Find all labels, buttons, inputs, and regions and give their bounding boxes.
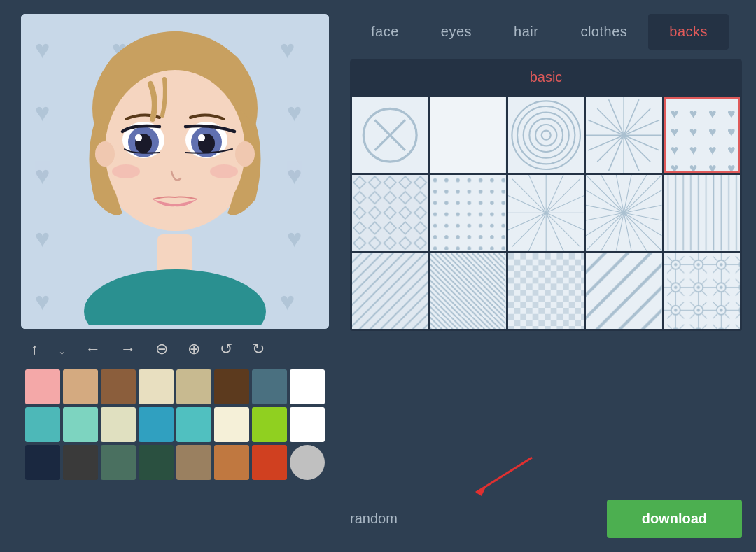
svg-text:♥: ♥ (670, 160, 678, 173)
pattern-hearts[interactable]: ♥ ♥ ♥ ♥ ♥ ♥ ♥ ♥ ♥ ♥ ♥ ♥ ♥ ♥ ♥ ♥ (664, 97, 740, 173)
svg-text:♥: ♥ (689, 106, 697, 121)
pattern-diag-right[interactable] (430, 253, 505, 329)
svg-rect-22 (508, 97, 584, 173)
color-swatch-15[interactable] (290, 407, 325, 442)
svg-text:♥: ♥ (670, 142, 678, 157)
svg-point-5 (95, 141, 115, 167)
color-swatch-7[interactable] (290, 369, 325, 404)
tab-face[interactable]: face (350, 14, 420, 50)
svg-text:♥: ♥ (708, 160, 716, 173)
tab-eyes[interactable]: eyes (420, 14, 493, 50)
svg-text:♥: ♥ (727, 142, 736, 157)
color-swatch-5[interactable] (214, 369, 249, 404)
heart-decoration: ♥ (35, 224, 50, 253)
move-up-button[interactable]: ↑ (28, 339, 41, 360)
color-swatch-3[interactable] (139, 369, 174, 404)
svg-text:♥: ♥ (727, 160, 736, 173)
color-swatch-14[interactable] (252, 407, 287, 442)
move-down-button[interactable]: ↓ (55, 339, 69, 360)
zoom-in-button[interactable]: ⊕ (185, 339, 203, 360)
heart-decoration: ♥ (35, 287, 50, 316)
redo-button[interactable]: ↻ (249, 339, 267, 360)
color-swatch-12[interactable] (176, 407, 211, 442)
color-swatch-17[interactable] (63, 445, 98, 480)
svg-point-16 (210, 164, 238, 178)
svg-point-6 (235, 141, 255, 167)
pattern-diamonds[interactable] (352, 175, 428, 250)
pattern-sunburst[interactable] (586, 97, 662, 173)
svg-text:♥: ♥ (689, 160, 697, 173)
color-swatch-16[interactable] (25, 445, 60, 480)
zoom-out-button[interactable]: ⊖ (153, 339, 171, 360)
svg-rect-65 (352, 175, 428, 250)
svg-rect-68 (430, 175, 505, 250)
color-swatch-20[interactable] (176, 445, 211, 480)
color-swatch-2[interactable] (101, 369, 136, 404)
svg-point-1 (84, 269, 266, 325)
color-swatch-8[interactable] (25, 407, 60, 442)
color-swatch-1[interactable] (63, 369, 98, 404)
pattern-dots[interactable] (430, 175, 505, 250)
tab-hair[interactable]: hair (493, 14, 559, 50)
heart-decoration: ♥ (35, 98, 50, 127)
left-panel: ♥ ♥ ♥ ♥ ♥ ♥ ♥ ♥ ♥ ♥ ♥ ♥ ♥ ♥ (21, 14, 336, 480)
color-swatch-9[interactable] (63, 407, 98, 442)
bottom-bar: random download (350, 500, 742, 538)
svg-text:♥: ♥ (708, 106, 716, 121)
heart-decoration: ♥ (35, 35, 50, 64)
pattern-blank[interactable] (430, 97, 505, 173)
svg-rect-138 (664, 253, 740, 329)
section-title: basic (530, 69, 563, 85)
color-swatch-11[interactable] (139, 407, 174, 442)
random-button[interactable]: random (350, 511, 398, 527)
pattern-none[interactable] (352, 97, 428, 173)
color-swatch-6[interactable] (252, 369, 287, 404)
svg-rect-126 (586, 253, 662, 329)
pattern-pixel[interactable] (508, 253, 584, 329)
svg-text:♥: ♥ (727, 106, 736, 121)
svg-rect-109 (664, 175, 740, 250)
pattern-circles[interactable] (508, 97, 584, 173)
svg-rect-122 (508, 253, 584, 329)
avatar-figure (56, 17, 294, 325)
svg-text:♥: ♥ (727, 124, 736, 139)
color-swatch-10[interactable] (101, 407, 136, 442)
move-right-button[interactable]: → (118, 339, 139, 360)
color-swatch-0[interactable] (25, 369, 60, 404)
svg-text:♥: ♥ (708, 142, 716, 157)
controls-row: ↑ ↓ ← → ⊖ ⊕ ↺ ↻ (21, 339, 336, 360)
color-swatch-23[interactable] (290, 445, 325, 480)
color-swatch-21[interactable] (214, 445, 249, 480)
heart-decoration: ♥ (35, 161, 50, 190)
pattern-wide-diag[interactable] (586, 253, 662, 329)
color-swatch-18[interactable] (101, 445, 136, 480)
section-header: basic (350, 59, 742, 95)
pattern-diag-left[interactable] (352, 253, 428, 329)
svg-text:♥: ♥ (708, 124, 716, 139)
color-swatch-4[interactable] (176, 369, 211, 404)
patterns-grid: ♥ ♥ ♥ ♥ ♥ ♥ ♥ ♥ ♥ ♥ ♥ ♥ ♥ ♥ ♥ ♥ (350, 95, 742, 331)
tab-navigation: faceeyeshairclothesbacks (350, 14, 742, 50)
color-swatch-19[interactable] (139, 445, 174, 480)
pattern-vlines[interactable] (664, 175, 740, 250)
tab-backs[interactable]: backs (648, 14, 729, 50)
color-swatch-13[interactable] (214, 407, 249, 442)
svg-point-13 (135, 134, 142, 141)
move-left-button[interactable]: ← (83, 339, 104, 360)
svg-rect-118 (430, 253, 505, 329)
svg-point-14 (198, 134, 205, 141)
avatar-preview: ♥ ♥ ♥ ♥ ♥ ♥ ♥ ♥ ♥ ♥ ♥ ♥ ♥ ♥ (21, 14, 329, 329)
arrow-indicator (462, 454, 546, 503)
pattern-starburst[interactable] (508, 175, 584, 250)
pattern-floral[interactable] (664, 253, 740, 329)
color-swatch-22[interactable] (252, 445, 287, 480)
svg-text:♥: ♥ (689, 142, 697, 157)
undo-button[interactable]: ↺ (217, 339, 235, 360)
color-palette (21, 369, 336, 480)
right-panel: faceeyeshairclothesbacks basic (350, 14, 742, 331)
tab-clothes[interactable]: clothes (559, 14, 648, 50)
pattern-radial[interactable] (586, 175, 662, 250)
download-button[interactable]: download (607, 500, 742, 538)
svg-text:♥: ♥ (670, 124, 678, 139)
svg-rect-21 (430, 97, 505, 173)
